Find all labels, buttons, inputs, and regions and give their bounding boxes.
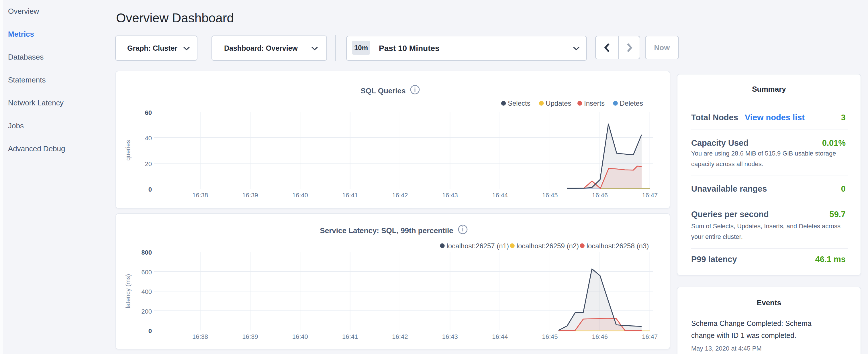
svg-text:60: 60 — [145, 109, 152, 116]
svg-text:16:44: 16:44 — [492, 333, 508, 340]
svg-text:16:40: 16:40 — [292, 192, 308, 199]
svg-text:16:46: 16:46 — [592, 192, 608, 199]
svg-text:Updates: Updates — [546, 99, 571, 107]
svg-text:16:40: 16:40 — [292, 333, 308, 340]
svg-text:20: 20 — [145, 160, 152, 167]
svg-text:16:44: 16:44 — [492, 192, 508, 199]
svg-text:400: 400 — [141, 288, 152, 295]
svg-text:40: 40 — [145, 135, 152, 142]
svg-text:localhost:26258 (n3): localhost:26258 (n3) — [587, 242, 649, 250]
svg-text:Inserts: Inserts — [584, 99, 604, 107]
svg-text:200: 200 — [141, 308, 152, 315]
svg-text:0: 0 — [149, 327, 152, 334]
svg-text:16:42: 16:42 — [392, 333, 408, 340]
svg-text:16:39: 16:39 — [242, 333, 258, 340]
svg-text:16:38: 16:38 — [192, 192, 208, 199]
svg-text:16:43: 16:43 — [442, 333, 458, 340]
svg-text:16:38: 16:38 — [192, 333, 208, 340]
svg-text:16:47: 16:47 — [642, 192, 658, 199]
svg-text:16:45: 16:45 — [542, 333, 558, 340]
svg-text:16:45: 16:45 — [542, 192, 558, 199]
svg-text:16:46: 16:46 — [592, 333, 608, 340]
svg-text:latency (ms): latency (ms) — [124, 274, 131, 309]
svg-text:16:47: 16:47 — [642, 333, 658, 340]
svg-text:Selects: Selects — [508, 99, 530, 107]
svg-text:16:41: 16:41 — [342, 333, 358, 340]
svg-text:Deletes: Deletes — [620, 99, 643, 107]
svg-text:16:41: 16:41 — [342, 192, 358, 199]
svg-text:16:39: 16:39 — [242, 192, 258, 199]
svg-text:600: 600 — [141, 269, 152, 276]
svg-text:800: 800 — [141, 249, 152, 256]
svg-text:Service Latency: SQL, 99th per: Service Latency: SQL, 99th percentile — [320, 226, 453, 235]
svg-text:localhost:26259 (n2): localhost:26259 (n2) — [517, 242, 579, 250]
svg-text:SQL Queries: SQL Queries — [361, 87, 405, 95]
svg-text:0: 0 — [149, 186, 152, 193]
svg-text:queries: queries — [124, 140, 131, 161]
svg-text:16:43: 16:43 — [442, 192, 458, 199]
svg-text:localhost:26257 (n1): localhost:26257 (n1) — [447, 242, 509, 250]
svg-text:16:42: 16:42 — [392, 192, 408, 199]
